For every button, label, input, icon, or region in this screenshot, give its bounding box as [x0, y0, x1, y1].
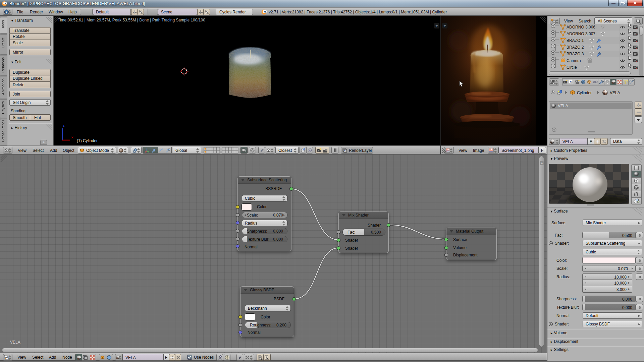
svg-text:z: z: [63, 124, 65, 127]
svg-text:i: i: [6, 10, 7, 14]
svg-text:x: x: [71, 135, 73, 139]
